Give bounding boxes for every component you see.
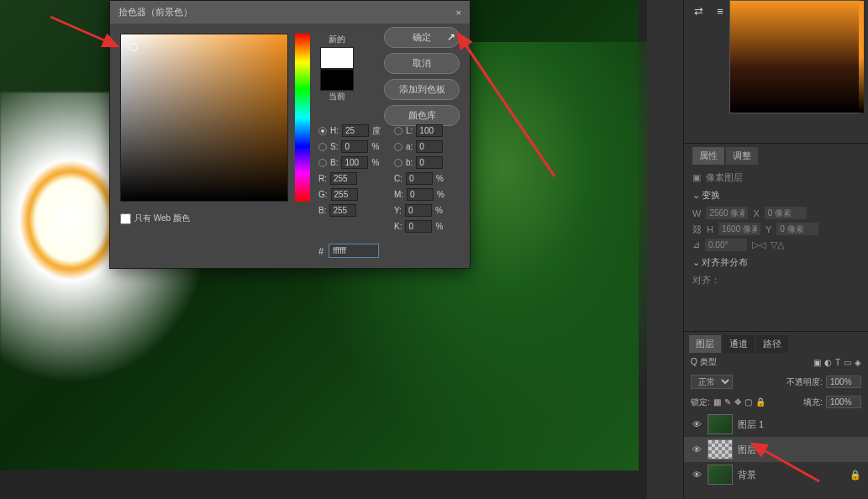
x-input[interactable] — [765, 207, 807, 219]
lock-artboard-icon[interactable]: ▢ — [744, 397, 752, 407]
current-color-swatch — [320, 69, 354, 91]
new-color-swatch — [320, 47, 354, 69]
blend-mode-select[interactable]: 正常 — [691, 375, 733, 389]
align-label: 对齐： — [692, 272, 860, 288]
a-input[interactable] — [416, 140, 443, 153]
new-color-label: 新的 — [320, 34, 354, 45]
lock-trans-icon[interactable]: ▦ — [713, 397, 721, 407]
visibility-icon[interactable]: 👁 — [691, 419, 702, 429]
close-icon[interactable]: × — [456, 8, 461, 18]
m-input[interactable] — [407, 188, 434, 201]
align-section[interactable]: 对齐并分布 — [692, 253, 860, 272]
radio-s[interactable] — [318, 143, 327, 151]
radio-h[interactable] — [318, 127, 327, 135]
saturation-field[interactable] — [120, 34, 288, 202]
filter-shape-icon[interactable]: ▭ — [844, 358, 851, 367]
layer-row-1[interactable]: 👁 图层 1 — [684, 412, 868, 437]
b-input[interactable] — [416, 156, 443, 169]
flip-h-icon[interactable]: ▷◁ — [752, 239, 765, 250]
layer-name: 背景 — [738, 469, 756, 481]
current-color-label: 当前 — [320, 91, 354, 102]
layer-name: 图层 1 — [738, 418, 764, 431]
color-panel-gradient[interactable] — [729, 0, 860, 113]
right-panel: ⇄ ≡ A| ¶ 属性 调整 ▣像素图层 变换 W X ⛓ H Y ⊿ ▷◁ ▽… — [683, 0, 868, 499]
angle-input[interactable] — [705, 239, 747, 251]
tab-paths[interactable]: 路径 — [756, 335, 788, 353]
lock-move-icon[interactable]: ✥ — [734, 397, 741, 407]
link-icon[interactable]: ⛓ — [692, 224, 702, 234]
radio-l[interactable] — [394, 127, 402, 135]
g-input[interactable] — [331, 188, 358, 201]
transform-section[interactable]: 变换 — [692, 186, 860, 205]
ok-button[interactable]: 确定 — [384, 27, 460, 48]
s-input[interactable] — [341, 140, 368, 153]
layer-row-2[interactable]: 👁 图层 2 — [684, 437, 868, 462]
bv-input[interactable] — [341, 156, 368, 169]
hue-slider[interactable] — [295, 34, 310, 202]
layer-thumb — [708, 414, 733, 434]
hex-input[interactable] — [329, 244, 379, 258]
dialog-titlebar[interactable]: 拾色器（前景色） × — [110, 1, 470, 24]
lock-brush-icon[interactable]: ✎ — [724, 397, 731, 407]
visibility-icon[interactable]: 👁 — [691, 470, 702, 480]
color-library-button[interactable]: 颜色库 — [384, 105, 460, 126]
hex-label: # — [318, 246, 324, 256]
h-input[interactable] — [342, 124, 369, 137]
y-input[interactable] — [405, 204, 432, 217]
opacity-input[interactable] — [826, 376, 861, 388]
height-input[interactable] — [718, 223, 760, 235]
pixel-layer-label: 像素图层 — [706, 171, 743, 184]
layer-thumb — [708, 465, 733, 485]
radio-b[interactable] — [394, 159, 402, 167]
tab-properties[interactable]: 属性 — [692, 147, 724, 165]
swap-icon[interactable]: ⇄ — [691, 3, 706, 18]
lock-icon: 🔒 — [850, 470, 861, 481]
filter-type-icon[interactable]: T — [835, 358, 840, 367]
filter-adjust-icon[interactable]: ◐ — [824, 358, 832, 367]
layer-name: 图层 2 — [738, 444, 764, 456]
visibility-icon[interactable]: 👁 — [691, 444, 702, 454]
y-pos-input[interactable] — [776, 223, 818, 235]
layers-panel: 图层 通道 路径 Q 类型 ▣ ◐ T ▭ ◈ 正常 不透明度: 锁定: ▦ ✎… — [684, 331, 868, 499]
radio-bv[interactable] — [318, 159, 327, 167]
radio-a[interactable] — [394, 143, 402, 151]
filter-smart-icon[interactable]: ◈ — [855, 358, 861, 367]
fill-input[interactable] — [826, 396, 861, 408]
layer-row-bg[interactable]: 👁 背景 🔒 — [684, 462, 868, 487]
align-icon[interactable]: ≡ — [713, 3, 728, 18]
tab-adjustments[interactable]: 调整 — [726, 147, 758, 165]
k-input[interactable] — [405, 220, 432, 233]
r-input[interactable] — [330, 172, 357, 185]
angle-icon: ⊿ — [692, 239, 700, 250]
c-input[interactable] — [406, 172, 433, 185]
saturation-cursor[interactable] — [129, 43, 138, 51]
tab-channels[interactable]: 通道 — [723, 335, 755, 353]
kind-filter[interactable]: Q 类型 — [691, 356, 717, 368]
layer-thumb — [708, 439, 733, 460]
lock-all-icon[interactable]: 🔒 — [755, 397, 765, 407]
filter-image-icon[interactable]: ▣ — [813, 358, 821, 367]
web-only-label: 只有 Web 颜色 — [134, 213, 190, 224]
color-picker-dialog: 拾色器（前景色） × 新的 当前 确定 取消 添加到色板 颜色库 H:度 L: … — [109, 0, 471, 269]
flip-v-icon[interactable]: ▽△ — [771, 239, 784, 250]
web-only-checkbox[interactable] — [120, 213, 131, 224]
add-to-swatches-button[interactable]: 添加到色板 — [384, 79, 460, 100]
dialog-title: 拾色器（前景色） — [118, 6, 192, 18]
tab-layers[interactable]: 图层 — [689, 335, 721, 353]
b2-input[interactable] — [329, 204, 356, 217]
pixel-layer-icon: ▣ — [692, 172, 701, 183]
l-input[interactable] — [416, 124, 443, 137]
cancel-button[interactable]: 取消 — [384, 53, 460, 74]
width-input[interactable] — [706, 207, 748, 219]
